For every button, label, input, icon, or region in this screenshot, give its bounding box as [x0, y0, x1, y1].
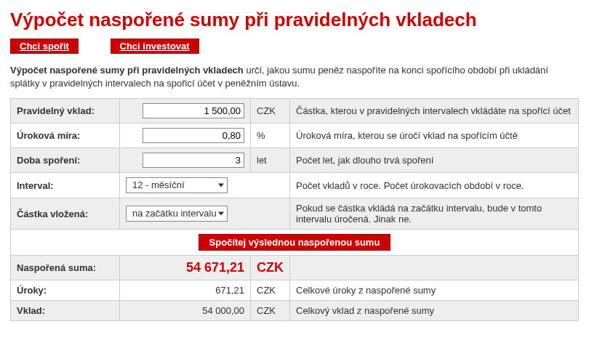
save-mode-button[interactable]: Chci spořit — [10, 39, 79, 54]
total-value: 54 671,21 — [120, 256, 251, 280]
deposit-desc: Částka, kterou v pravidelných intervalec… — [290, 99, 579, 124]
principal-desc: Celkový vklad z naspořené sumy — [290, 301, 579, 321]
intro-text: Výpočet naspořené sumy při pravidelných … — [10, 64, 579, 89]
chevron-down-icon — [218, 212, 224, 216]
principal-value: 54 000,00 — [120, 301, 251, 321]
rate-unit: % — [251, 124, 290, 148]
interval-select-value: 12 - měsíční — [132, 179, 185, 190]
interest-unit: CZK — [251, 280, 290, 301]
row-rate: Úroková míra: % Úroková míra, kterou se … — [11, 124, 579, 148]
timing-desc: Pokud se částka vkládá na začátku interv… — [290, 198, 579, 230]
rate-input[interactable] — [143, 128, 244, 143]
calculator-table: Pravidelný vklad: CZK Částka, kterou v p… — [10, 98, 579, 321]
interest-label: Úroky: — [11, 280, 120, 301]
interval-select[interactable]: 12 - měsíční — [126, 177, 228, 193]
duration-desc: Počet let, jak dlouho trvá spoření — [290, 148, 579, 173]
row-calculate: Spočítej výslednou naspořenou sumu — [11, 230, 579, 256]
intro-bold: Výpočet naspořené sumy při pravidelných … — [10, 65, 244, 76]
calculate-button[interactable]: Spočítej výslednou naspořenou sumu — [199, 234, 391, 251]
mode-buttons: Chci spořit Chci investovat — [10, 39, 579, 54]
page-title: Výpočet naspořené sumy při pravidelných … — [10, 9, 579, 31]
deposit-input[interactable] — [143, 103, 244, 118]
principal-label: Vklad: — [11, 301, 120, 321]
row-deposit: Pravidelný vklad: CZK Částka, kterou v p… — [11, 99, 579, 124]
duration-unit: let — [251, 148, 290, 173]
rate-desc: Úroková míra, kterou se úročí vklad na s… — [290, 124, 579, 148]
chevron-down-icon — [218, 184, 224, 187]
total-unit: CZK — [251, 256, 290, 280]
total-label: Naspořená suma: — [11, 256, 120, 280]
timing-select[interactable]: na začátku intervalu — [126, 206, 228, 222]
row-duration: Doba spoření: let Počet let, jak dlouho … — [11, 148, 579, 173]
row-result-total: Naspořená suma: 54 671,21 CZK — [11, 256, 579, 280]
deposit-label: Pravidelný vklad: — [11, 99, 120, 124]
row-result-principal: Vklad: 54 000,00 CZK Celkový vklad z nas… — [11, 301, 579, 321]
invest-mode-button[interactable]: Chci investovat — [111, 39, 199, 54]
row-interval: Interval: 12 - měsíční Počet vkladů v ro… — [11, 173, 579, 198]
timing-label: Částka vložená: — [11, 198, 120, 230]
interval-label: Interval: — [11, 173, 120, 198]
interest-value: 671,21 — [120, 280, 251, 301]
row-timing: Částka vložená: na začátku intervalu Pok… — [11, 198, 579, 230]
row-result-interest: Úroky: 671,21 CZK Celkové úroky z naspoř… — [11, 280, 579, 301]
timing-select-value: na začátku intervalu — [132, 208, 217, 219]
total-desc — [290, 256, 579, 280]
duration-label: Doba spoření: — [11, 148, 120, 173]
principal-unit: CZK — [251, 301, 290, 321]
rate-label: Úroková míra: — [11, 124, 120, 148]
interval-desc: Počet vkladů v roce. Počet úrokovacích o… — [290, 173, 579, 198]
interest-desc: Celkové úroky z naspořené sumy — [290, 280, 579, 301]
duration-input[interactable] — [143, 153, 244, 168]
deposit-unit: CZK — [251, 99, 290, 124]
